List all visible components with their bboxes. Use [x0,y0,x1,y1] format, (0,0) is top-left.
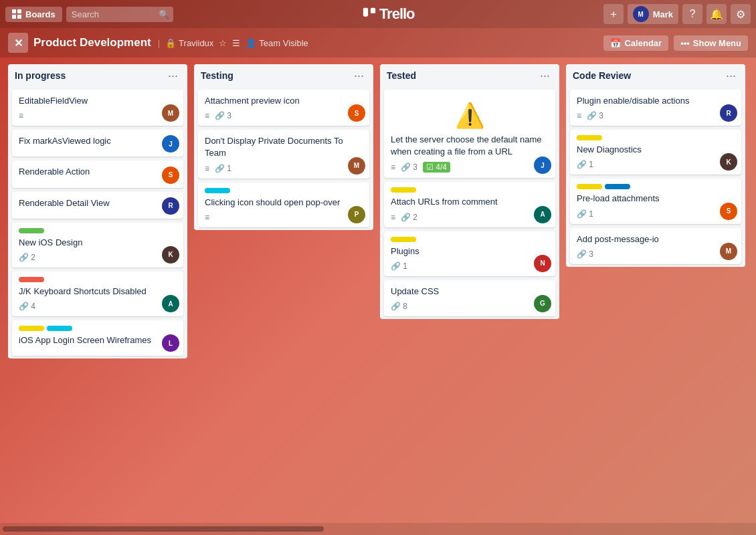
card-footer-left: 🔗 1 [391,261,407,271]
svg-rect-2 [12,15,16,19]
menu-dots[interactable]: ☰ [232,38,240,48]
card-avatar: K [162,246,179,263]
card-label-red [19,277,44,282]
card-footer-left: ≡🔗 3☑ 4/4 [391,162,450,173]
list-title: Testing [201,70,233,81]
card-avatar: J [162,135,179,152]
card-c12[interactable]: Attach URLs from comment≡🔗 2A [384,182,555,227]
scroll-thumb[interactable] [3,526,324,532]
board-right: 📅 Calendar ••• Show Menu [603,35,748,51]
card-label-cyan [205,188,230,193]
team-name[interactable]: 🔒 Traviidux [165,38,213,48]
card-avatar: R [162,197,179,215]
card-footer-left: ≡ [205,213,209,222]
desc-badge: ≡ [391,163,395,172]
calendar-icon: 📅 [610,38,621,48]
list-menu-button[interactable]: ··· [351,70,367,82]
card-footer-left: 🔗 2 [19,253,35,262]
show-menu-button[interactable]: ••• Show Menu [674,35,748,51]
search-wrap: 🔍 [66,7,173,22]
logo-area: Trello [177,5,599,23]
card-c2[interactable]: Fix markAsViewed logicJ [12,130,183,156]
list-title: Tested [387,70,416,81]
attach-badge: 🔗 1 [215,164,231,173]
attach-badge: 🔗 2 [19,253,35,262]
nav-right: ＋ M Mark ? 🔔 ⚙ [603,4,751,24]
card-footer: 🔗 1 [577,209,735,219]
card-footer-left: ≡ [19,111,23,120]
card-avatar: S [348,104,365,122]
card-c1[interactable]: EditableFieldView≡M [12,90,183,126]
card-avatar: M [348,157,365,175]
attach-badge: 🔗 4 [19,302,35,311]
card-label-cyan [47,326,72,331]
card-title: EditableFieldView [19,95,177,107]
help-button[interactable]: ? [682,4,702,24]
settings-button[interactable]: ⚙ [731,4,751,24]
card-c17[interactable]: Pre-load attachments🔗 1S [570,179,741,223]
search-input[interactable] [66,7,173,22]
card-labels [577,135,735,140]
card-title: Renderable Action [19,166,177,178]
card-c11[interactable]: ⚠️Let the server choose the default name… [384,90,555,178]
card-footer: ≡🔗 2 [391,213,549,222]
list-title: Code Review [573,70,631,81]
list-menu-button[interactable]: ··· [537,70,553,82]
desc-badge: ≡ [391,213,395,222]
card-c6[interactable]: J/K Keyboard Shortcuts Disabled🔗 4A [12,272,183,316]
card-title: Renderable Detail View [19,197,177,209]
card-avatar: P [348,206,365,223]
visibility-button[interactable]: 👤 Team Visible [246,38,308,48]
list-menu-button[interactable]: ··· [165,70,181,82]
card-avatar: J [534,156,551,174]
card-avatar: A [534,206,551,223]
attach-badge: 🔗 8 [391,302,407,311]
svg-rect-4 [363,8,368,17]
card-c4[interactable]: Renderable Detail ViewR [12,192,183,219]
card-title: Fix markAsViewed logic [19,135,177,147]
card-label-yellow [391,187,416,193]
card-c14[interactable]: Update CSS🔗 8G [384,280,555,316]
card-title: Plugin enable/disable actions [577,95,735,107]
card-c18[interactable]: Add post-message-io🔗 3M [570,228,741,264]
list-menu-button[interactable]: ··· [723,70,739,82]
list-cards: Attachment preview icon≡🔗 3SDon't Displa… [194,87,373,230]
card-footer-left: ≡🔗 2 [391,213,417,222]
card-c7[interactable]: iOS App Login Screen WireframesL [12,320,183,356]
card-c9[interactable]: Don't Display Private Documents To Team≡… [198,130,369,178]
card-title: J/K Keyboard Shortcuts Disabled [19,286,177,298]
card-title: Clicking icon should open pop-over [205,197,363,209]
card-footer: ≡🔗 3 [577,111,735,120]
card-title: New iOS Design [19,237,177,249]
star-button[interactable]: ☆ [219,38,227,48]
card-avatar: S [720,203,737,220]
card-label-yellow [391,237,416,242]
attach-badge: 🔗 2 [401,213,417,222]
boards-button[interactable]: Boards [5,7,62,22]
list-tested: Tested···⚠️Let the server choose the def… [380,64,559,319]
board-title-wrap: ✕ Product Development [8,33,151,53]
card-title: Add post-message-io [577,233,735,245]
top-nav: Boards 🔍 Trello ＋ M Mark ? 🔔 ⚙ [0,0,756,28]
card-c10[interactable]: Clicking icon should open pop-over≡P [198,183,369,227]
card-footer: ≡ [19,111,177,120]
card-c16[interactable]: New Diagnostics🔗 1K [570,130,741,175]
board-meta: | 🔒 Traviidux ☆ ☰ 👤 Team Visible [158,38,308,48]
card-c8[interactable]: Attachment preview icon≡🔗 3S [198,90,369,126]
board-icon: ✕ [8,33,28,53]
card-c3[interactable]: Renderable ActionS [12,160,183,187]
desc-badge: ≡ [205,164,209,173]
card-avatar: S [162,167,179,184]
card-c5[interactable]: New iOS Design🔗 2K [12,223,183,268]
card-footer: 🔗 8 [391,302,549,311]
card-c13[interactable]: Plugins🔗 1N [384,231,555,276]
notifications-button[interactable]: 🔔 [706,4,727,24]
calendar-button[interactable]: 📅 Calendar [603,35,668,51]
user-menu-button[interactable]: M Mark [628,4,678,24]
add-button[interactable]: ＋ [603,4,624,24]
card-footer-left: 🔗 1 [577,209,593,219]
card-footer: ≡🔗 3☑ 4/4 [391,162,549,173]
card-c15[interactable]: Plugin enable/disable actions≡🔗 3R [570,90,741,126]
card-footer-left: 🔗 8 [391,302,407,311]
card-footer: 🔗 2 [19,253,177,262]
